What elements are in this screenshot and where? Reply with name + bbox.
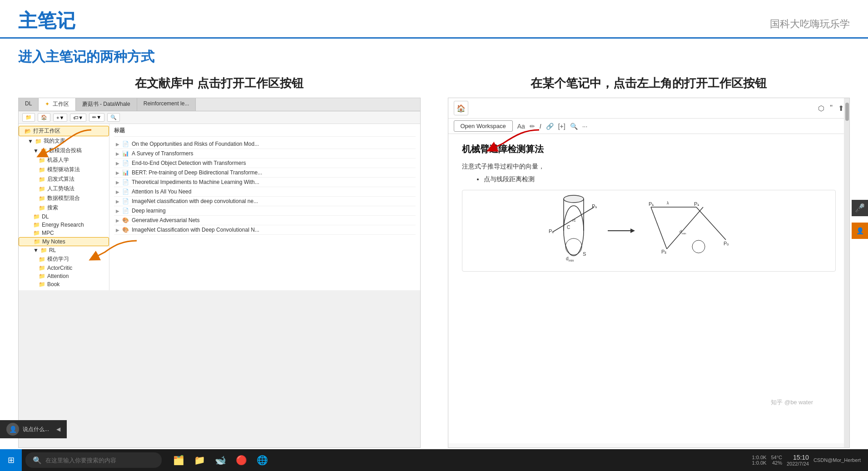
add-btn[interactable]: +▼	[53, 114, 67, 122]
sidebar-book[interactable]: 📁 Book	[19, 280, 109, 288]
doc-item-10[interactable]: ▶ 🎨 ImageNet Classification with Deep Co…	[114, 225, 416, 235]
svg-text:P₂: P₂	[661, 249, 666, 254]
temp-stat: 54°C	[771, 455, 782, 460]
open-workspace-label: 打开工作区	[33, 127, 60, 135]
doc-arrow-1: ▶	[116, 142, 119, 147]
sidebar-potential-field-label: 人工势场法	[47, 185, 74, 193]
content-header: 标题	[114, 127, 416, 137]
tab-workspace[interactable]: ✦ 工作区	[39, 98, 75, 111]
start-button[interactable]: ⊞	[0, 449, 22, 471]
doc-title-7: ImageNet classification with deep convol…	[132, 198, 258, 204]
doc-arrow-9: ▶	[116, 218, 119, 223]
svg-text:P₁: P₁	[694, 201, 699, 207]
main-title: 主笔记	[18, 8, 75, 34]
folder17-icon: 📁	[39, 281, 45, 288]
voice-button[interactable]: 🎤	[852, 200, 868, 216]
doc-title-3: End-to-End Object Detection with Transfo…	[132, 160, 246, 166]
sidebar-heuristic[interactable]: 📁 启发式算法	[19, 174, 109, 184]
doc-item-4[interactable]: ▶ 📊 BERT: Pre-training of Deep Bidirecti…	[114, 168, 416, 178]
sidebar-dl-label: DL	[42, 213, 49, 220]
doc-item-7[interactable]: ▶ 📄 ImageNet classification with deep co…	[114, 197, 416, 206]
search-icon: 🔍	[33, 456, 42, 465]
sidebar-mpc[interactable]: 📁 MPC	[19, 229, 109, 237]
chat-close-button[interactable]: ◀	[56, 426, 60, 432]
doc-arrow-10: ▶	[116, 228, 119, 233]
highlight-icon[interactable]: ✏	[530, 123, 535, 130]
sidebar-energy-research-label: Energy Research	[42, 222, 84, 228]
svg-line-20	[696, 207, 726, 240]
scroll-thumb[interactable]	[845, 103, 849, 121]
doc-item-8[interactable]: ▶ 📄 Deep learning	[114, 206, 416, 216]
taskbar-icon-files[interactable]: 🗂️	[169, 449, 188, 471]
taskbar-app-icons: 🗂️ 📁 🐋 🔴 🌐	[169, 449, 272, 471]
taskbar-time: 15:10 2022/7/24	[787, 454, 809, 466]
tab-dl-label: DL	[25, 100, 32, 107]
edit-btn[interactable]: ✏▼	[89, 113, 104, 122]
note-format-bar: Open Workspace Aa ✏ I 🔗 [+] 🔍 ···	[448, 119, 850, 134]
svg-text:P₂: P₂	[549, 228, 554, 234]
search-btn[interactable]: 🔍	[107, 113, 120, 122]
note-home-button[interactable]: 🏠	[454, 101, 468, 115]
sidebar-attention[interactable]: 📁 Attention	[19, 272, 109, 280]
taskbar-icon-ppt[interactable]: 🔴	[232, 449, 251, 471]
home-btn[interactable]: 🏠	[38, 113, 50, 122]
sidebar-search[interactable]: 📁 搜索	[19, 203, 109, 213]
search-input[interactable]	[45, 457, 154, 464]
taskbar-icon-folder[interactable]: 📁	[190, 449, 209, 471]
doc-item-3[interactable]: ▶ 📄 End-to-End Object Detection with Tra…	[114, 159, 416, 168]
folder2-icon: 📁	[40, 148, 47, 154]
sidebar-dl[interactable]: 📁 DL	[19, 213, 109, 221]
sidebar-search-label: 搜索	[47, 204, 58, 212]
tab-dl[interactable]: DL	[19, 98, 39, 111]
sidebar-mpc-label: MPC	[42, 230, 54, 236]
doc-item-5[interactable]: ▶ 📄 Theoretical Impediments to Machine L…	[114, 178, 416, 187]
sidebar-robotics[interactable]: 📁 机器人学	[19, 155, 109, 165]
chat-label[interactable]: 说点什么...	[23, 426, 49, 433]
doc-icon-5: 📄	[122, 179, 129, 185]
sidebar-rl[interactable]: ▼ 📁 RL	[19, 246, 109, 254]
graph-icon[interactable]: ⬡	[818, 104, 824, 113]
doc-icon-7: 📄	[122, 198, 129, 204]
open-workspace-button[interactable]: Open Workspace	[454, 120, 513, 132]
sidebar-my-library[interactable]: ▼ 📁 我的文库	[19, 136, 109, 146]
doc-item-2[interactable]: ▶ 📊 A Survey of Transformers	[114, 149, 416, 159]
bracket-icon[interactable]: [+]	[558, 123, 565, 130]
sidebar-imitation[interactable]: 📁 模仿学习	[19, 254, 109, 264]
taskbar-icon-notes[interactable]: 🐋	[211, 449, 230, 471]
tag-btn[interactable]: 🏷▼	[70, 114, 86, 122]
link-icon[interactable]: 🔗	[546, 123, 554, 130]
tab-mushroom[interactable]: 蘑菇书 - DataWhale	[76, 98, 137, 111]
workspace-icon: ✦	[45, 101, 50, 107]
doc-item-1[interactable]: ▶ 📄 On the Opportunities and Risks of Fo…	[114, 139, 416, 149]
sidebar-potential-field[interactable]: 📁 人工势场法	[19, 184, 109, 193]
taskbar-search-box[interactable]: 🔍	[25, 452, 162, 468]
sidebar-energy-research[interactable]: 📁 Energy Research	[19, 221, 109, 229]
sidebar-actor-critic-label: ActorCritic	[47, 265, 72, 271]
taskbar-sys-info: 1:0.0K 1:0.0K	[752, 455, 767, 466]
sidebar-data-model-mix[interactable]: 📁 数据模型混合	[19, 193, 109, 203]
scrollbar[interactable]	[844, 98, 849, 447]
search-icon[interactable]: 🔍	[570, 123, 578, 130]
font-icon[interactable]: Aa	[517, 123, 525, 130]
folder-btn[interactable]: 📁	[22, 113, 35, 122]
note-diagram: d min S P₂ P₁ C rc	[462, 190, 836, 272]
left-heading: 在文献库中 点击打开工作区按钮	[18, 75, 421, 91]
doc-item-6[interactable]: ▶ 📄 Attention Is All You Need	[114, 187, 416, 197]
italic-icon[interactable]: I	[540, 123, 541, 130]
doc-arrow-7: ▶	[116, 199, 119, 204]
svg-text:λ: λ	[667, 201, 669, 205]
brand-text: 国科大吃嗨玩乐学	[770, 17, 850, 34]
more-icon[interactable]: ···	[582, 123, 588, 130]
taskbar-icon-browser[interactable]: 🌐	[253, 449, 272, 471]
doc-item-9[interactable]: ▶ 🎨 Generative Adversarial Nets	[114, 216, 416, 225]
quote-icon[interactable]: "	[830, 104, 833, 113]
sidebar-model-driven[interactable]: 📁 模型驱动算法	[19, 165, 109, 174]
folder10-icon: 📁	[33, 222, 40, 228]
sidebar-actor-critic[interactable]: 📁 ActorCritic	[19, 264, 109, 272]
sidebar-my-notes[interactable]: 📁 My Notes	[19, 237, 109, 246]
sidebar-digital-model[interactable]: ▼ 📁 数模混合投稿	[19, 146, 109, 155]
sidebar-open-workspace[interactable]: 📂 打开工作区	[19, 126, 109, 136]
tab-rl[interactable]: Reinforcement le...	[137, 98, 196, 111]
share-icon[interactable]: ⬆	[838, 104, 844, 113]
profile-button[interactable]: 👤	[852, 223, 868, 239]
